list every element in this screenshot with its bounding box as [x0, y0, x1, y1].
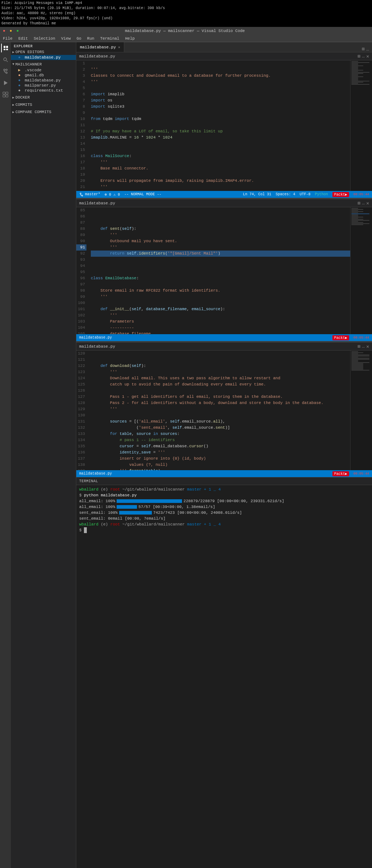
menu-bar: File Edit Selection View Go Run Terminal… [0, 35, 372, 42]
sidebar-section-open-editors: ▶ OPEN EDITORS ● maildatabase.py [11, 49, 76, 60]
sidebar-mailparser-label: mailparser.py [25, 83, 56, 88]
panel3-status-bar: maildatabase.py Packt▶ 00:05:44 [76, 470, 372, 477]
svg-rect-15 [6, 95, 8, 97]
panel2-split-icon[interactable]: ⊞ [358, 200, 361, 206]
language[interactable]: Python [315, 192, 328, 196]
menu-edit[interactable]: Edit [18, 36, 28, 41]
sidebar-mailscanner-label: MAILSCANNER [15, 62, 42, 67]
panel1-code-content[interactable]: ''' Classes to connect and download emai… [89, 60, 350, 191]
menu-file[interactable]: File [3, 36, 12, 41]
menu-go[interactable]: Go [77, 36, 81, 41]
svg-rect-13 [6, 92, 8, 94]
error-icon: ⊗ [105, 193, 107, 197]
sidebar-item-vscode[interactable]: ▶ .vscode [11, 67, 76, 73]
menu-view[interactable]: View [61, 36, 70, 41]
sidebar-commits-header[interactable]: ▶ COMMITS [11, 102, 76, 108]
menu-help[interactable]: Help [125, 36, 134, 41]
minimap-lines [351, 60, 372, 86]
progress-bar-2 [117, 505, 137, 509]
activity-explorer[interactable] [1, 44, 10, 52]
terminal-label: TERMINAL [79, 479, 98, 483]
tab-maildatabase[interactable]: maildatabase.py ✕ [76, 42, 124, 52]
folder-icon: ▶ [18, 68, 23, 72]
sidebar-section-docker: ▶ DOCKER [11, 95, 76, 100]
spaces[interactable]: Spaces: 4 [276, 192, 295, 196]
svg-point-8 [6, 69, 7, 71]
panel3-header-actions: ⊞ … ✕ [358, 344, 369, 349]
sidebar-item-maildatabase-open[interactable]: ● maildatabase.py [11, 55, 76, 60]
terminal-area: TERMINAL wballard (e) root ~/git/wballar… [76, 477, 372, 535]
sidebar-mailscanner-header[interactable]: ▼ MAILSCANNER [11, 61, 76, 67]
time-display2: 00:05:44 [353, 336, 369, 340]
activity-extensions[interactable] [1, 90, 10, 99]
svg-marker-11 [4, 81, 8, 85]
terminal-command-1: python maildatabase.py [84, 493, 137, 497]
panel3-split-icon[interactable]: ⊞ [358, 344, 361, 349]
sidebar-item-maildatabase[interactable]: ● maildatabase.py [11, 78, 76, 83]
sidebar: EXPLORER ▶ OPEN EDITORS ● maildatabase.p… [11, 42, 76, 868]
panel2-close-icon[interactable]: ✕ [366, 200, 369, 206]
panel1-code-area[interactable]: 12345 678910 1112131415 1617181920 21222… [76, 60, 372, 191]
panel1-split-icon[interactable]: ⊞ [358, 53, 361, 59]
panel3-line-numbers: 120121122123124 125126127128129 13013113… [76, 351, 89, 470]
panel1-close-icon[interactable]: ✕ [366, 53, 369, 59]
panel3-more-icon[interactable]: … [362, 344, 365, 349]
time-display3: 00:05:44 [353, 472, 369, 476]
menu-terminal[interactable]: Terminal [100, 36, 120, 41]
time-display: 00:05:44 [353, 193, 369, 196]
branch-indicator[interactable]: master* [79, 192, 100, 197]
progress-bar-3 [119, 511, 152, 515]
panel3-close-icon[interactable]: ✕ [366, 344, 369, 349]
sidebar-docker-header[interactable]: ▶ DOCKER [11, 95, 76, 100]
panel2-more-icon[interactable]: … [362, 200, 365, 206]
svg-line-5 [7, 61, 8, 62]
chevron-down-icon: ▼ [12, 63, 14, 66]
panel2-header: maildatabase.py ⊞ … ✕ [76, 199, 372, 207]
sidebar-docker-label: DOCKER [15, 95, 30, 100]
panel3-code-area[interactable]: 120121122123124 125126127128129 13013113… [76, 351, 372, 470]
tab-bar: maildatabase.py ✕ ⊞ … [76, 42, 372, 52]
panel3-minimap [350, 351, 372, 470]
sidebar-section-commits: ▶ COMMITS [11, 102, 76, 108]
split-editor-icon[interactable]: ⊞ [362, 46, 365, 52]
terminal-content[interactable]: wballard (e) root ~/git/wballard/mailsca… [76, 485, 372, 535]
panel3-code-content[interactable]: def download(self): ''' Download all ema… [89, 351, 350, 470]
panel3-filename: maildatabase.py [79, 344, 115, 349]
tab-close-icon[interactable]: ✕ [118, 45, 120, 49]
panel2-code-area[interactable]: 8586878889 9091929394 9596979899 1001011… [76, 207, 372, 334]
sidebar-open-editors-header[interactable]: ▶ OPEN EDITORS [11, 49, 76, 55]
terminal-line-4: all_email: 100% 57/57 [00:39<00:00, 1.38… [79, 504, 369, 510]
cursor-position[interactable]: Ln 74, Col 31 [243, 192, 271, 196]
sidebar-item-requirements[interactable]: ● requirements.txt [11, 88, 76, 93]
chevron-icon: ▶ [12, 50, 14, 54]
panel2-filename-status: maildatabase.py [79, 336, 112, 340]
remaining-space [76, 535, 372, 868]
sidebar-maildatabase-label: maildatabase.py [25, 78, 61, 83]
activity-scm[interactable] [1, 67, 10, 76]
more-actions-icon[interactable]: … [366, 47, 369, 52]
panel1-more-icon[interactable]: … [362, 53, 365, 59]
sidebar-compare-commits-header[interactable]: ▶ COMPARE COMMITS [11, 109, 76, 115]
window-controls[interactable]: ● ● ● [3, 29, 19, 33]
txt-file-icon: ● [18, 88, 23, 93]
warning-icon: ⚠ [113, 193, 116, 197]
encoding[interactable]: UTF-8 [300, 192, 311, 196]
error-count[interactable]: ⊗ 0 ⚠ 0 [105, 192, 120, 197]
vim-mode: -- NORMAL MODE -- [124, 192, 161, 196]
python-file-icon3: ● [18, 83, 23, 88]
menu-run[interactable]: Run [87, 36, 94, 41]
activity-debug[interactable] [1, 79, 10, 87]
sidebar-item-gmaildb[interactable]: ● gmail.db [11, 73, 76, 78]
panel1-status-bar: master* ⊗ 0 ⚠ 0 -- NORMAL MODE -- Ln 74,… [76, 191, 372, 198]
sidebar-item-mailparser[interactable]: ● mailparser.py [11, 83, 76, 88]
svg-rect-0 [4, 46, 5, 48]
menu-selection[interactable]: Selection [34, 36, 55, 41]
main-layout: EXPLORER ▶ OPEN EDITORS ● maildatabase.p… [0, 42, 372, 868]
packt-logo: Packt▶ [332, 192, 349, 197]
terminal-line-7: wballard (e) root ~/git/wballard/mailsca… [79, 521, 369, 527]
info-bar: File: Acquiring Messages via IAMP.mp4 Si… [0, 0, 372, 27]
terminal-header: TERMINAL [76, 477, 372, 485]
panel3-header: maildatabase.py ⊞ … ✕ [76, 343, 372, 351]
panel2-code-content[interactable]: def sent(self): ''' Outbound mail you ha… [89, 207, 350, 334]
activity-search[interactable] [1, 55, 10, 64]
